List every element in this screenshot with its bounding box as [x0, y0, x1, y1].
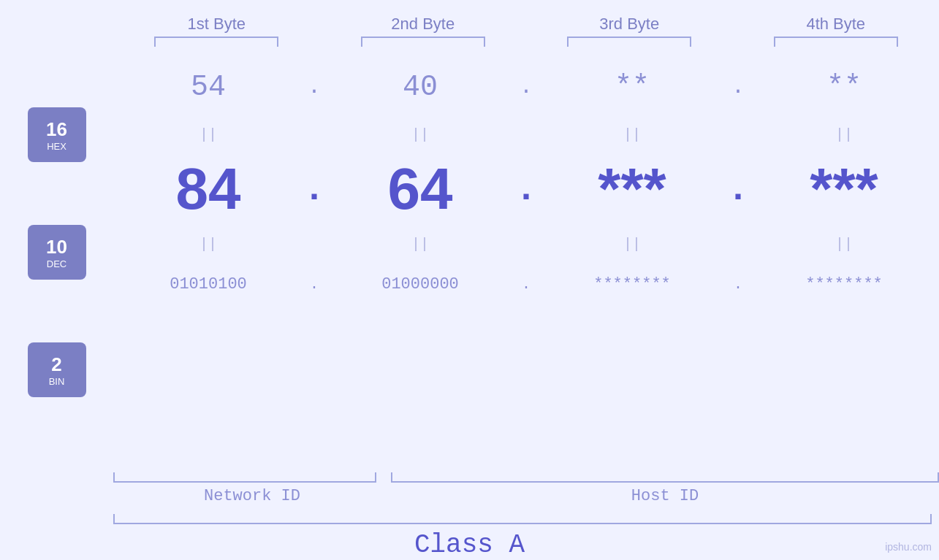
dec-badge: 10 DEC	[28, 225, 86, 280]
hex-b1: 54	[191, 71, 226, 104]
hex-b2: 40	[403, 71, 438, 104]
bin-b3: ********	[593, 275, 671, 294]
host-bracket	[391, 472, 939, 483]
hex-dot1: .	[308, 74, 321, 99]
bracket-b1	[154, 37, 278, 47]
hex-label: HEX	[47, 141, 66, 152]
byte3-header: 3rd Byte	[526, 15, 733, 34]
eq-row-1: || || || ||	[113, 120, 939, 149]
bin-b2: 01000000	[381, 275, 459, 294]
dec-row: 84 . 64 . *** . ***	[113, 149, 939, 229]
eq-row-2: || || || ||	[113, 229, 939, 258]
eq1-b4: ||	[835, 126, 853, 143]
bin-dot1: .	[310, 276, 319, 293]
byte4-header: 4th Byte	[733, 15, 940, 34]
page-container: 1st Byte 2nd Byte 3rd Byte 4th Byte 16 H…	[0, 0, 939, 560]
dec-b4: ***	[810, 156, 878, 221]
eq1-b3: ||	[623, 126, 641, 143]
dec-dot1: .	[303, 169, 325, 210]
eq2-b2: ||	[411, 236, 429, 253]
main-area: 16 HEX 10 DEC 2 BIN 54 . 40 . **	[0, 54, 939, 472]
hex-number: 16	[46, 118, 67, 141]
dec-b3: ***	[598, 156, 666, 221]
bracket-b4	[774, 37, 898, 47]
host-id-label: Host ID	[391, 487, 939, 505]
rows-wrapper: 54 . 40 . ** . ** || || || ||	[113, 54, 939, 310]
top-brackets	[0, 37, 939, 47]
class-bracket	[113, 514, 932, 524]
bottom-section: Network ID Host ID	[0, 472, 939, 505]
hex-b3: **	[615, 71, 650, 104]
eq2-b3: ||	[623, 236, 641, 253]
eq1-b1: ||	[199, 126, 217, 143]
hex-badge: 16 HEX	[28, 107, 86, 162]
byte-headers: 1st Byte 2nd Byte 3rd Byte 4th Byte	[0, 15, 939, 34]
hex-row: 54 . 40 . ** . **	[113, 54, 939, 120]
network-bracket	[113, 472, 376, 483]
dec-number: 10	[46, 236, 67, 258]
dec-dot2: .	[515, 169, 537, 210]
bin-label: BIN	[49, 376, 65, 387]
eq2-b4: ||	[835, 236, 853, 253]
bracket-b2	[361, 37, 485, 47]
data-area: 54 . 40 . ** . ** || || || ||	[113, 54, 939, 472]
hex-dot2: .	[520, 74, 533, 99]
bin-row: 01010100 . 01000000 . ******** . *******…	[113, 258, 939, 310]
id-labels-row: Network ID Host ID	[113, 487, 939, 505]
class-section: Class A	[0, 514, 939, 560]
bin-dot3: .	[734, 276, 742, 293]
class-label: Class A	[113, 530, 939, 560]
bracket-b3	[567, 37, 691, 47]
bin-number: 2	[51, 353, 61, 376]
network-id-label: Network ID	[113, 487, 391, 505]
eq1-b2: ||	[411, 126, 429, 143]
watermark: ipshu.com	[885, 541, 932, 553]
dec-label: DEC	[47, 258, 66, 269]
byte2-header: 2nd Byte	[320, 15, 527, 34]
bin-badge: 2 BIN	[28, 342, 86, 397]
bin-dot2: .	[522, 276, 531, 293]
dec-b1: 84	[176, 156, 241, 221]
byte1-header: 1st Byte	[113, 15, 320, 34]
dec-b2: 64	[388, 156, 453, 221]
bin-b4: ********	[805, 275, 883, 294]
eq2-b1: ||	[199, 236, 217, 253]
badges-column: 16 HEX 10 DEC 2 BIN	[0, 54, 113, 472]
bin-b1: 01010100	[170, 275, 247, 294]
hex-dot3: .	[731, 74, 745, 99]
dec-dot3: .	[727, 169, 749, 210]
hex-b4: **	[826, 71, 862, 104]
